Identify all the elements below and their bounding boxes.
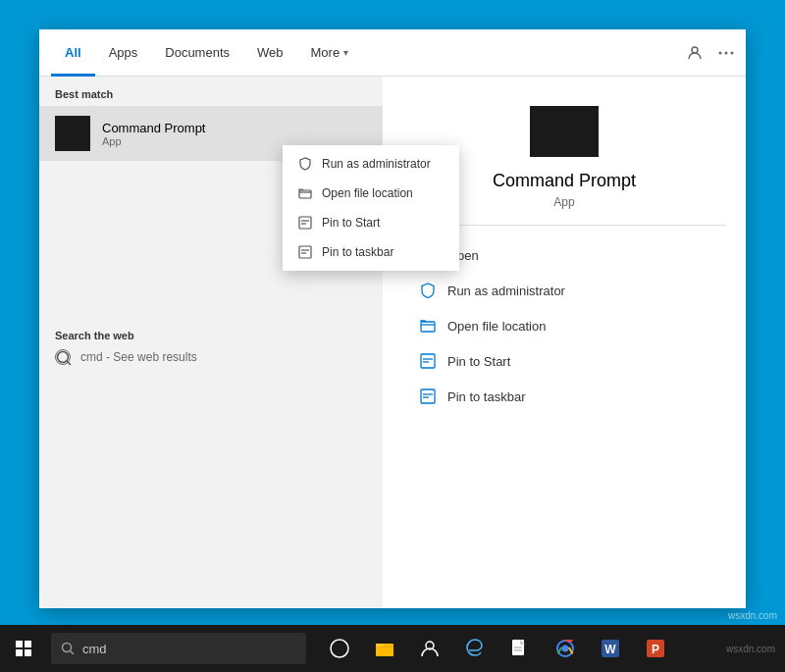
- right-app-title: Command Prompt: [493, 171, 636, 191]
- taskbar-search-text: cmd: [82, 642, 107, 656]
- shield-icon: [298, 157, 312, 171]
- taskbar-search-icon: [61, 642, 75, 655]
- right-open-location[interactable]: Open file location: [412, 308, 716, 343]
- svg-point-2: [725, 51, 728, 54]
- best-match-label: Best match: [39, 77, 383, 106]
- people-button[interactable]: [408, 625, 451, 672]
- watermark: wsxdn.com: [728, 610, 777, 621]
- ctx-pin-taskbar-label: Pin to taskbar: [322, 245, 393, 259]
- right-app-subtitle: App: [553, 195, 574, 209]
- see-web-results: See web results: [113, 350, 196, 364]
- web-search-section: Search the web cmd - See web results: [39, 318, 383, 373]
- svg-point-25: [63, 644, 72, 652]
- svg-point-1: [719, 51, 722, 54]
- right-pin-taskbar-icon: [420, 388, 436, 404]
- right-open-location-label: Open file location: [447, 319, 546, 334]
- chevron-down-icon: ▾: [343, 47, 348, 58]
- ctx-pin-taskbar[interactable]: Pin to taskbar: [283, 237, 459, 267]
- right-run-admin[interactable]: Run as administrator: [412, 273, 716, 308]
- ctx-run-admin[interactable]: Run as administrator: [283, 149, 459, 179]
- svg-rect-4: [299, 190, 311, 198]
- folder-icon: [298, 186, 312, 200]
- svg-rect-15: [421, 354, 435, 368]
- tab-bar-actions: [687, 45, 734, 61]
- user-icon[interactable]: [687, 45, 703, 61]
- query-text: cmd: [80, 350, 103, 364]
- tab-web[interactable]: Web: [243, 29, 297, 77]
- svg-point-0: [692, 47, 698, 53]
- pin-taskbar-icon: [298, 245, 312, 259]
- right-run-admin-label: Run as administrator: [447, 284, 565, 298]
- tab-documents-label: Documents: [165, 45, 230, 60]
- svg-line-12: [67, 361, 71, 365]
- taskbar-right: wsxdn.com: [726, 644, 785, 654]
- svg-point-3: [731, 51, 734, 54]
- web-search-label: Search the web: [55, 330, 367, 341]
- svg-rect-14: [421, 322, 435, 332]
- svg-rect-21: [16, 641, 23, 647]
- watermark-taskbar: wsxdn.com: [726, 644, 775, 654]
- svg-rect-18: [421, 389, 435, 403]
- powerpoint-button[interactable]: P: [634, 625, 677, 672]
- svg-rect-5: [299, 217, 311, 229]
- svg-rect-29: [376, 644, 384, 646]
- svg-text:W: W: [604, 643, 616, 656]
- svg-rect-22: [25, 641, 31, 647]
- svg-rect-8: [299, 246, 311, 258]
- search-window: All Apps Documents Web More ▾: [39, 29, 746, 608]
- context-menu-left: Run as administrator Open file location: [283, 145, 459, 271]
- right-pin-taskbar-label: Pin to taskbar: [447, 389, 526, 404]
- cortana-button[interactable]: [318, 625, 361, 672]
- ctx-pin-start[interactable]: Pin to Start: [283, 208, 459, 237]
- tab-apps-label: Apps: [109, 45, 138, 60]
- svg-text:P: P: [652, 643, 659, 656]
- taskbar: cmd: [0, 625, 785, 672]
- tab-bar: All Apps Documents Web More ▾: [39, 29, 746, 77]
- web-search-item[interactable]: cmd - See web results: [55, 349, 367, 365]
- app-type: App: [102, 135, 205, 147]
- windows-logo-icon: [15, 640, 32, 657]
- right-pin-start-label: Pin to Start: [447, 354, 510, 369]
- svg-rect-23: [16, 649, 23, 656]
- svg-point-11: [58, 352, 69, 363]
- left-panel: Best match Command Prompt App: [39, 77, 383, 608]
- cmd-icon-small: [55, 116, 90, 151]
- files-button[interactable]: [498, 625, 542, 672]
- file-explorer-button[interactable]: [363, 625, 406, 672]
- main-content: Best match Command Prompt App: [39, 77, 746, 608]
- right-pin-start-icon: [420, 353, 436, 369]
- right-shield-icon: [420, 283, 436, 298]
- tab-apps[interactable]: Apps: [95, 29, 152, 77]
- ctx-open-location-label: Open file location: [322, 186, 413, 200]
- tab-all[interactable]: All: [51, 29, 95, 77]
- start-button[interactable]: [0, 625, 47, 672]
- pin-start-icon: [298, 216, 312, 230]
- svg-rect-24: [25, 649, 31, 656]
- taskbar-search[interactable]: cmd: [51, 633, 306, 664]
- desktop: All Apps Documents Web More ▾: [0, 0, 785, 672]
- tab-all-label: All: [65, 45, 81, 60]
- app-name: Command Prompt: [102, 121, 205, 135]
- tab-documents[interactable]: Documents: [151, 29, 243, 77]
- cmd-icon-large: [530, 106, 599, 157]
- tab-more-label: More: [311, 45, 340, 60]
- right-pin-taskbar[interactable]: Pin to taskbar: [412, 379, 716, 414]
- svg-line-26: [71, 651, 75, 655]
- chrome-button[interactable]: [544, 625, 587, 672]
- taskbar-icons: W P: [318, 625, 677, 672]
- ctx-open-location[interactable]: Open file location: [283, 179, 459, 208]
- tab-more[interactable]: More ▾: [297, 29, 363, 77]
- app-info: Command Prompt App: [102, 121, 205, 147]
- web-search-query: cmd - See web results: [80, 350, 197, 364]
- svg-point-35: [562, 646, 569, 652]
- ctx-pin-start-label: Pin to Start: [322, 216, 380, 230]
- word-button[interactable]: W: [589, 625, 632, 672]
- right-pin-start[interactable]: Pin to Start: [412, 343, 716, 379]
- search-circle-icon: [55, 349, 71, 365]
- edge-button[interactable]: [453, 625, 497, 672]
- more-options-icon[interactable]: [718, 51, 734, 55]
- svg-point-27: [331, 640, 348, 657]
- tab-web-label: Web: [257, 45, 284, 60]
- ctx-run-admin-label: Run as administrator: [322, 157, 431, 171]
- right-folder-icon: [420, 318, 436, 334]
